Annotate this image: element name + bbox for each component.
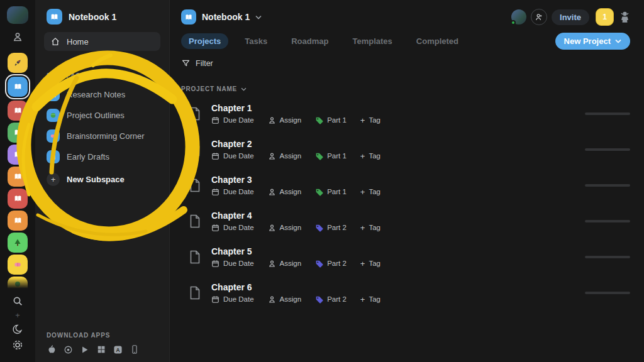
due-date-label: Due Date <box>223 224 254 231</box>
due-date-button[interactable]: Due Date <box>211 188 254 196</box>
notebook-icon <box>181 9 196 25</box>
assign-button[interactable]: Assign <box>268 224 302 232</box>
profile-button[interactable] <box>8 30 27 46</box>
part-tag[interactable]: Part 2 <box>315 224 347 232</box>
assign-label: Assign <box>280 188 302 195</box>
notebook-green-icon[interactable] <box>8 123 28 143</box>
sidebar: Notebook 1 Home SUBSPACES Research Notes… <box>35 0 170 362</box>
progress-bar <box>585 184 630 187</box>
project-title[interactable]: Chapter 2 <box>211 139 380 149</box>
due-date-label: Due Date <box>223 188 254 195</box>
notification-badge[interactable]: 1 <box>596 8 614 26</box>
workspace-header[interactable]: Notebook 1 <box>44 9 160 25</box>
due-date-button[interactable]: Due Date <box>211 260 254 268</box>
notebook-brain-icon[interactable] <box>8 255 28 275</box>
project-row[interactable]: Chapter 2 Due Date Assign <box>181 136 630 163</box>
mascot-avatar[interactable] <box>619 11 630 23</box>
notebook-purple-icon[interactable] <box>8 145 28 165</box>
search-icon[interactable] <box>8 293 27 309</box>
tag-icon <box>315 224 323 232</box>
assign-button[interactable]: Assign <box>268 295 302 304</box>
assign-label: Assign <box>280 224 302 231</box>
add-tag-button[interactable]: + Tag <box>360 223 380 233</box>
new-subspace-button[interactable]: + New Subspace <box>44 170 160 189</box>
new-project-button[interactable]: New Project <box>555 33 630 50</box>
notebook-rocket-icon[interactable] <box>8 53 28 73</box>
notebook-tree-icon[interactable] <box>8 233 28 253</box>
tab-projects[interactable]: Projects <box>181 33 228 49</box>
person-icon <box>268 224 276 232</box>
apple-icon[interactable] <box>47 344 56 354</box>
app-window: + Notebook 1 Home SUBSPACES Research <box>0 0 644 362</box>
main-content: Notebook 1 Invite 1 Projects Tasks Ro <box>170 0 644 362</box>
due-date-button[interactable]: Due Date <box>211 224 254 232</box>
assign-label: Assign <box>280 295 302 303</box>
add-tag-button[interactable]: + Tag <box>360 187 380 197</box>
project-title[interactable]: Chapter 5 <box>211 246 380 256</box>
project-row[interactable]: Chapter 5 Due Date Assign <box>181 243 630 271</box>
sidebar-item-early-drafts[interactable]: Early Drafts <box>44 148 160 166</box>
subspaces-section-label: SUBSPACES <box>47 72 160 79</box>
tag-label: Part 1 <box>327 116 347 124</box>
project-row[interactable]: Chapter 3 Due Date Assign <box>181 172 630 199</box>
plus-icon: + <box>360 259 365 268</box>
online-status-dot <box>511 20 516 25</box>
project-name-column-header[interactable]: PROJECT NAME <box>181 85 630 92</box>
notebook-rose-icon[interactable] <box>8 189 28 209</box>
member-avatar[interactable] <box>511 9 526 25</box>
project-title[interactable]: Chapter 4 <box>211 211 380 221</box>
part-tag[interactable]: Part 1 <box>315 188 347 196</box>
project-title[interactable]: Chapter 6 <box>211 282 380 292</box>
notebook-active-icon[interactable] <box>8 77 28 97</box>
assign-button[interactable]: Assign <box>268 152 302 160</box>
tag-label: Part 1 <box>327 188 347 195</box>
due-date-label: Due Date <box>223 295 254 303</box>
sidebar-item-brainstorming-corner[interactable]: Brainstorming Corner <box>44 127 160 145</box>
project-title[interactable]: Chapter 3 <box>211 175 380 185</box>
add-tag-button[interactable]: + Tag <box>360 295 380 304</box>
add-notebook-icon[interactable]: + <box>15 310 20 319</box>
android-icon[interactable] <box>64 345 73 354</box>
assign-button[interactable]: Assign <box>268 188 302 196</box>
assign-button[interactable]: Assign <box>268 260 302 268</box>
part-tag[interactable]: Part 2 <box>315 295 347 304</box>
notebook-title-dropdown[interactable]: Notebook 1 <box>181 9 262 25</box>
settings-gear-icon[interactable] <box>8 337 27 353</box>
notebook-orange-icon[interactable] <box>8 167 28 187</box>
app-store-icon[interactable]: A <box>113 345 123 354</box>
tab-templates[interactable]: Templates <box>345 33 399 49</box>
add-member-button[interactable] <box>531 9 547 25</box>
filter-button[interactable]: Filter <box>181 58 225 68</box>
document-icon <box>189 142 201 157</box>
project-row[interactable]: Chapter 4 Due Date Assign <box>181 207 630 235</box>
part-tag[interactable]: Part 1 <box>315 152 347 160</box>
notebook-partial-icon[interactable] <box>8 277 28 289</box>
part-tag[interactable]: Part 2 <box>315 260 347 268</box>
project-row[interactable]: Chapter 6 Due Date Assign <box>181 279 630 307</box>
add-tag-button[interactable]: + Tag <box>360 116 380 125</box>
tab-completed[interactable]: Completed <box>409 33 466 49</box>
add-tag-button[interactable]: + Tag <box>360 151 380 161</box>
microsoft-icon[interactable] <box>97 345 106 354</box>
sidebar-item-research-notes[interactable]: Research Notes <box>44 85 160 104</box>
notebook-red-icon[interactable] <box>8 101 28 121</box>
tag-icon <box>315 152 323 160</box>
sidebar-item-home[interactable]: Home <box>44 32 160 51</box>
part-tag[interactable]: Part 1 <box>315 116 347 124</box>
project-row[interactable]: Chapter 1 Due Date Assign <box>181 100 630 128</box>
mobile-phone-icon[interactable] <box>130 344 139 354</box>
google-play-icon[interactable] <box>80 345 89 354</box>
due-date-button[interactable]: Due Date <box>211 295 254 304</box>
invite-button[interactable]: Invite <box>552 9 589 25</box>
sidebar-item-project-outlines[interactable]: Project Outlines <box>44 106 160 124</box>
add-tag-button[interactable]: + Tag <box>360 259 380 268</box>
project-title[interactable]: Chapter 1 <box>211 103 380 113</box>
due-date-button[interactable]: Due Date <box>211 116 254 124</box>
dark-mode-moon-icon[interactable] <box>8 322 27 337</box>
tab-tasks[interactable]: Tasks <box>237 33 275 49</box>
assign-button[interactable]: Assign <box>268 116 302 124</box>
notebook-orange-2-icon[interactable] <box>8 211 28 231</box>
due-date-button[interactable]: Due Date <box>211 152 254 160</box>
tab-roadmap[interactable]: Roadmap <box>284 33 336 49</box>
user-avatar[interactable] <box>7 6 28 24</box>
